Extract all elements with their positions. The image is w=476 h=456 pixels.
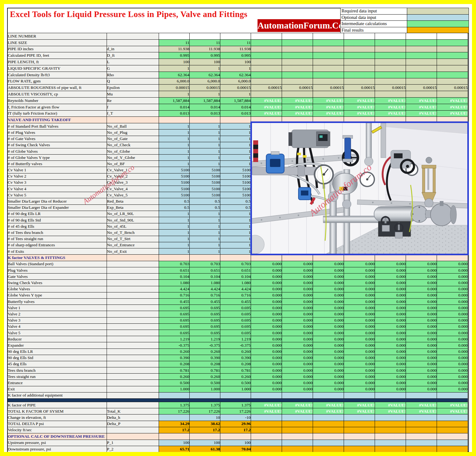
value-cell[interactable]: 1 — [220, 91, 251, 98]
value-cell[interactable] — [282, 65, 313, 72]
value-cell[interactable] — [282, 414, 313, 421]
value-cell[interactable] — [406, 91, 437, 98]
value-cell[interactable]: 0.00015 — [313, 85, 344, 91]
value-cell[interactable]: 100 — [159, 59, 190, 65]
value-cell[interactable] — [375, 440, 406, 446]
value-cell[interactable]: 0.5 — [159, 204, 190, 211]
value-cell[interactable] — [406, 440, 437, 446]
value-cell[interactable] — [437, 65, 468, 72]
value-cell[interactable]: 1 — [220, 142, 251, 148]
value-cell[interactable] — [159, 414, 190, 421]
value-cell[interactable]: 100 — [159, 440, 190, 446]
value-cell[interactable]: 1 — [159, 65, 190, 72]
value-cell[interactable]: 1 — [159, 136, 190, 142]
value-cell[interactable] — [313, 91, 344, 98]
value-cell[interactable]: 5100 — [159, 192, 190, 198]
value-cell[interactable] — [375, 59, 406, 65]
value-cell[interactable] — [437, 91, 468, 98]
value-cell[interactable]: 1 — [159, 148, 190, 154]
value-cell[interactable] — [313, 46, 344, 52]
value-cell[interactable]: 11.938 — [220, 46, 251, 52]
value-cell[interactable]: 1 — [159, 161, 190, 167]
value-cell[interactable]: 1 — [190, 91, 220, 98]
value-cell[interactable]: 11.938 — [159, 46, 190, 52]
value-cell[interactable]: 0.5 — [159, 198, 190, 204]
value-cell[interactable]: 5100 — [159, 186, 190, 192]
value-cell[interactable]: 1 — [220, 148, 251, 154]
value-cell[interactable] — [406, 46, 437, 52]
value-cell[interactable]: 1 — [190, 161, 220, 167]
value-cell[interactable] — [159, 392, 190, 398]
value-cell[interactable]: 1 — [159, 230, 190, 236]
value-cell[interactable]: 1 — [220, 223, 251, 230]
value-cell[interactable]: 1 — [190, 217, 220, 223]
value-cell[interactable] — [437, 414, 468, 421]
value-cell[interactable]: 5100 — [220, 179, 251, 186]
value-cell[interactable] — [251, 46, 282, 52]
value-cell[interactable]: 0.00015 — [220, 85, 251, 91]
value-cell[interactable] — [375, 46, 406, 52]
value-cell[interactable] — [251, 78, 282, 85]
value-cell[interactable] — [251, 392, 282, 398]
value-cell[interactable]: 1 — [220, 230, 251, 236]
value-cell[interactable]: 1 — [220, 136, 251, 142]
value-cell[interactable] — [344, 392, 375, 398]
value-cell[interactable]: 0.5 — [190, 198, 220, 204]
value-cell[interactable]: 0.5 — [190, 204, 220, 211]
value-cell[interactable]: 0.00015 — [406, 85, 437, 91]
value-cell[interactable]: 1 — [220, 211, 251, 217]
value-cell[interactable]: 1 — [159, 91, 190, 98]
value-cell[interactable]: 1 — [220, 217, 251, 223]
value-cell[interactable]: 5100 — [190, 173, 220, 179]
value-cell[interactable]: 1 — [190, 123, 220, 129]
value-cell[interactable]: 1 — [190, 236, 220, 242]
value-cell[interactable]: 0.00015 — [159, 85, 190, 91]
value-cell[interactable]: 11.938 — [190, 46, 220, 52]
value-cell[interactable]: 1 — [159, 223, 190, 230]
value-cell[interactable] — [375, 414, 406, 421]
value-cell[interactable]: 1 — [220, 123, 251, 129]
value-cell[interactable]: 6,000.0 — [159, 78, 190, 85]
value-cell[interactable] — [344, 440, 375, 446]
value-cell[interactable] — [313, 440, 344, 446]
value-cell[interactable] — [313, 65, 344, 72]
value-cell[interactable]: 10 — [190, 414, 220, 421]
value-cell[interactable] — [282, 78, 313, 85]
value-cell[interactable]: 1 — [159, 211, 190, 217]
value-cell[interactable]: 1 — [159, 129, 190, 136]
value-cell[interactable]: 5100 — [190, 179, 220, 186]
value-cell[interactable] — [282, 91, 313, 98]
value-cell[interactable]: 1 — [190, 223, 220, 230]
value-cell[interactable]: 6,000.0 — [220, 78, 251, 85]
value-cell[interactable]: 5100 — [220, 186, 251, 192]
value-cell[interactable] — [344, 91, 375, 98]
value-cell[interactable]: 5100 — [159, 179, 190, 186]
value-cell[interactable]: 100 — [190, 59, 220, 65]
value-cell[interactable] — [344, 65, 375, 72]
value-cell[interactable] — [313, 59, 344, 65]
value-cell[interactable]: 1 — [190, 248, 220, 254]
value-cell[interactable]: 1 — [220, 236, 251, 242]
value-cell[interactable]: 1 — [190, 142, 220, 148]
value-cell[interactable] — [406, 78, 437, 85]
value-cell[interactable] — [344, 78, 375, 85]
value-cell[interactable] — [344, 59, 375, 65]
value-cell[interactable]: 1 — [190, 136, 220, 142]
value-cell[interactable]: 0.00015 — [251, 85, 282, 91]
value-cell[interactable] — [344, 414, 375, 421]
value-cell[interactable]: 5100 — [190, 186, 220, 192]
value-cell[interactable]: 100 — [220, 440, 251, 446]
value-cell[interactable]: 1 — [190, 242, 220, 248]
value-cell[interactable]: 1 — [159, 123, 190, 129]
value-cell[interactable] — [190, 392, 220, 398]
value-cell[interactable] — [282, 46, 313, 52]
value-cell[interactable] — [313, 414, 344, 421]
value-cell[interactable]: 1 — [159, 236, 190, 242]
value-cell[interactable]: 1 — [220, 248, 251, 254]
value-cell[interactable] — [251, 440, 282, 446]
value-cell[interactable]: 1 — [220, 65, 251, 72]
value-cell[interactable] — [375, 65, 406, 72]
value-cell[interactable]: 1 — [220, 155, 251, 161]
value-cell[interactable]: 0.00015 — [344, 85, 375, 91]
value-cell[interactable]: 1 — [220, 161, 251, 167]
